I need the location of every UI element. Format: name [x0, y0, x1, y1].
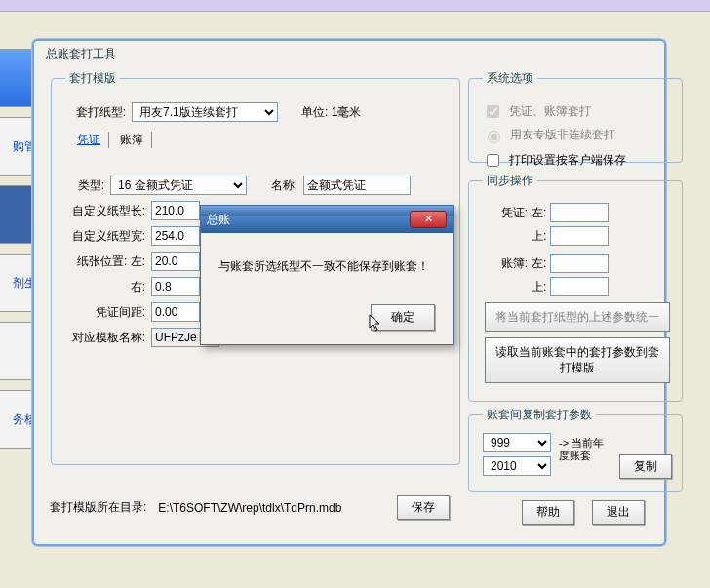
copy-acct-select[interactable]: 999	[483, 433, 551, 452]
tab-book[interactable]: 账簿	[112, 132, 152, 148]
type-label: 类型:	[65, 177, 104, 194]
copy-button[interactable]: 复制	[619, 454, 672, 479]
pos-right-label: 右:	[65, 279, 145, 295]
pos-left-label: 纸张位置: 左:	[65, 254, 145, 270]
sync-book-top-input[interactable]	[550, 277, 609, 296]
type-select[interactable]: 16 金额式凭证	[110, 176, 247, 195]
name-input[interactable]	[303, 176, 411, 195]
opt-save-client-check[interactable]	[487, 154, 499, 167]
paper-type-label: 套打纸型:	[65, 104, 126, 121]
background-clutter: 购管 剂生 务核	[0, 49, 34, 536]
titlebar-strip	[0, 0, 710, 12]
error-dialog: 总账 ✕ 与账套所选纸型不一致不能保存到账套！ 确定	[200, 205, 454, 345]
name-label: 名称:	[258, 177, 297, 194]
sysopt-legend: 系统选项	[483, 70, 537, 87]
template-dir-value: E:\T6SOFT\ZW\rep\tdlx\TdPrn.mdb	[158, 501, 341, 515]
exit-button[interactable]: 退出	[592, 500, 645, 525]
help-button[interactable]: 帮助	[522, 500, 574, 525]
opt-nonserial-radio	[488, 131, 500, 143]
dialog-message: 与账套所选纸型不一致不能保存到账套！	[218, 258, 435, 275]
template-name-label: 对应模板名称:	[65, 330, 145, 346]
copy-arrow-label: -> 当前年度账套	[559, 433, 611, 462]
template-dir-label: 套打模版所在目录:	[50, 499, 146, 516]
sync-book-left-input[interactable]	[550, 254, 609, 273]
custom-length-input[interactable]	[151, 201, 200, 220]
paper-type-select[interactable]: 用友7.1版连续套打	[132, 102, 278, 122]
ok-button[interactable]: 确定	[371, 304, 435, 331]
template-legend: 套打模版	[65, 70, 120, 87]
unit-label: 单位: 1毫米	[301, 104, 361, 121]
sync-voucher-label: 凭证:	[491, 205, 528, 221]
opt-voucher-book-check	[487, 105, 499, 118]
copy-legend: 账套间复制套打参数	[483, 407, 596, 423]
gap-label: 凭证间距:	[65, 304, 145, 321]
tab-voucher[interactable]: 凭证	[69, 132, 109, 148]
save-button[interactable]: 保存	[397, 495, 450, 520]
unify-params-button[interactable]: 将当前套打纸型的上述参数统一	[485, 302, 670, 332]
custom-width-label: 自定义纸型宽:	[65, 228, 145, 245]
copy-group: 账套间复制套打参数 999 2010 -> 当前年度账套 复制	[468, 407, 683, 492]
system-options-group: 系统选项 凭证、账簿套打 用友专版非连续套打 打印设置按客户端保存	[468, 70, 683, 163]
sync-group: 同步操作 凭证: 左: 上: 账簿: 左: 上: 将当前套打纸型的上述参数统一 …	[468, 173, 683, 402]
sync-voucher-left-input[interactable]	[550, 203, 609, 222]
copy-year-select[interactable]: 2010	[483, 456, 551, 476]
custom-length-label: 自定义纸型长:	[65, 203, 145, 219]
close-icon[interactable]: ✕	[410, 211, 447, 228]
pos-left-input[interactable]	[151, 252, 200, 271]
dialog-title: 总账	[207, 212, 410, 228]
sync-book-label: 账簿:	[491, 255, 528, 272]
sync-voucher-top-input[interactable]	[550, 226, 609, 246]
read-params-button[interactable]: 读取当前账套中的套打参数到套打模版	[485, 337, 670, 382]
dialog-titlebar[interactable]: 总账 ✕	[201, 206, 453, 233]
tabs: 凭证 账簿	[69, 132, 450, 148]
custom-width-input[interactable]	[151, 226, 200, 246]
gap-input[interactable]	[151, 302, 200, 322]
window-title: 总账套打工具	[46, 46, 116, 62]
sync-legend: 同步操作	[483, 173, 537, 189]
pos-right-input[interactable]	[151, 277, 200, 296]
